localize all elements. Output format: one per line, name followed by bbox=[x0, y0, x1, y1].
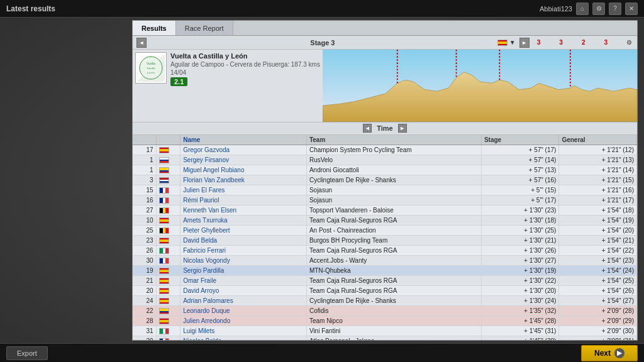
km-markers: 3 3 2 3 ⚙ bbox=[537, 39, 632, 46]
rider-flag bbox=[156, 165, 180, 175]
results-table: Name Team Stage General 17 Gregor Gazvod… bbox=[133, 135, 637, 340]
table-row: 3 Florian Van Zandbeek Cyclingteam De Ri… bbox=[133, 175, 637, 185]
help-button[interactable]: ? bbox=[609, 3, 621, 15]
race-subtitle: Aguilar de Campoo - Cervera de Pisuerga:… bbox=[170, 61, 320, 68]
tab-race-report[interactable]: Race Report bbox=[176, 21, 233, 35]
rider-team: Burgos BH Procycling Team bbox=[306, 235, 481, 245]
rider-flag bbox=[156, 295, 180, 305]
rider-flag bbox=[156, 155, 180, 165]
rider-pos: 31 bbox=[133, 326, 156, 336]
export-button[interactable]: Export bbox=[6, 346, 48, 360]
rider-pos: 24 bbox=[133, 295, 156, 305]
col-flag-header bbox=[156, 135, 180, 145]
rider-name[interactable]: Julien Arredondo bbox=[180, 315, 307, 326]
rider-stage-time: + 1'30" (25) bbox=[481, 225, 559, 235]
rider-name[interactable]: David Belda bbox=[180, 235, 307, 245]
race-info-section: Vuelta Castilla y León Vuelta a Castilla… bbox=[133, 50, 637, 123]
rider-team: Champion System Pro Cycling Team bbox=[306, 145, 481, 155]
rider-pos: 26 bbox=[133, 245, 156, 255]
rider-team: Accent.Jobs - Wanty bbox=[306, 255, 481, 265]
rider-name[interactable]: Florian Van Zandbeek bbox=[180, 175, 307, 185]
race-name: Vuelta a Castilla y León bbox=[170, 52, 320, 60]
rider-pos: 17 bbox=[133, 145, 156, 155]
rider-name[interactable]: Amets Txurruka bbox=[180, 215, 307, 225]
rider-stage-time: + 1'45" (31) bbox=[481, 326, 559, 336]
tab-results[interactable]: Results bbox=[133, 21, 176, 35]
home-button[interactable]: ⌂ bbox=[576, 3, 589, 15]
rider-flag bbox=[156, 305, 180, 315]
rider-pos: 27 bbox=[133, 205, 156, 215]
rider-general-time: + 1'54" (18) bbox=[559, 205, 637, 215]
rider-name[interactable]: Fabricio Ferrari bbox=[180, 245, 307, 255]
rider-pos: 25 bbox=[133, 225, 156, 235]
rider-name[interactable]: Adrian Palomares bbox=[180, 295, 307, 305]
top-bar: Latest results Abbiati123 ⌂ ⚙ ? ✕ bbox=[0, 0, 644, 18]
rider-general-time: + 2'09" (28) bbox=[559, 305, 637, 315]
rider-name[interactable]: Pieter Ghyllebert bbox=[180, 225, 307, 235]
next-button[interactable]: Next ▶ bbox=[581, 345, 638, 361]
rider-name[interactable]: Rémi Pauriol bbox=[180, 195, 307, 205]
rider-flag bbox=[156, 205, 180, 215]
rider-name[interactable]: Nicolas Vogondy bbox=[180, 255, 307, 265]
table-row: 1 Sergey Firsanov RusVelo + 57" (14) + 1… bbox=[133, 155, 637, 165]
rider-name[interactable]: Leonardo Duque bbox=[180, 305, 307, 315]
rider-stage-time: + 1'30" (23) bbox=[481, 205, 559, 215]
svg-text:y León: y León bbox=[147, 71, 155, 74]
rider-pos: 15 bbox=[133, 185, 156, 195]
rider-name[interactable]: David Arroyo bbox=[180, 285, 307, 295]
stage-prev-button[interactable]: ◄ bbox=[136, 38, 147, 48]
table-row: 28 Julien Arredondo Team Nipco + 1'45" (… bbox=[133, 315, 637, 326]
rider-stage-time: + 1'30" (24) bbox=[481, 295, 559, 305]
rider-flag bbox=[156, 285, 180, 295]
rider-name[interactable]: Luigi Milets bbox=[180, 326, 307, 336]
rider-team: MTN-Qhubeka bbox=[306, 265, 481, 275]
rider-stage-time: + 5'" (17) bbox=[481, 195, 559, 205]
rider-name[interactable]: Nicolas Baldo bbox=[180, 336, 307, 340]
rider-team: Sojasun bbox=[306, 195, 481, 205]
table-row: 24 Adrian Palomares Cyclingteam De Rijke… bbox=[133, 295, 637, 305]
bottom-bar: Export Next ▶ bbox=[0, 343, 644, 362]
rider-stage-time: + 1'30" (27) bbox=[481, 255, 559, 265]
table-row: 23 David Belda Burgos BH Procycling Team… bbox=[133, 235, 637, 245]
tabs-container: Results Race Report bbox=[133, 21, 637, 36]
rider-general-time: + 1'54" (23) bbox=[559, 255, 637, 265]
rider-general-time: + 1'54" (20) bbox=[559, 225, 637, 235]
stage-next-button[interactable]: ► bbox=[519, 38, 530, 48]
rider-name[interactable]: Omar Fraile bbox=[180, 275, 307, 285]
rider-flag bbox=[156, 225, 180, 235]
rider-name[interactable]: Miguel Angel Rubiano bbox=[180, 165, 307, 175]
top-bar-right: Abbiati123 ⌂ ⚙ ? ✕ bbox=[540, 3, 638, 15]
rider-general-time: + 1'54" (21) bbox=[559, 235, 637, 245]
rider-team: Cyclingteam De Rijke - Shanks bbox=[306, 295, 481, 305]
settings-button[interactable]: ⚙ bbox=[592, 3, 605, 15]
time-prev-button[interactable]: ◄ bbox=[363, 124, 372, 133]
rider-stage-time: + 57" (13) bbox=[481, 165, 559, 175]
rider-general-time: + 2'09" (29) bbox=[559, 315, 637, 326]
rider-stage-time: + 1'30" (18) bbox=[481, 215, 559, 225]
rider-team: Cyclingteam De Rijke - Shanks bbox=[306, 175, 481, 185]
stage-label: Stage 3 bbox=[148, 39, 497, 47]
results-area[interactable]: Name Team Stage General 17 Gregor Gazvod… bbox=[133, 135, 637, 340]
col-pos-header bbox=[133, 135, 156, 145]
rider-general-time: + 1'21" (12) bbox=[559, 145, 637, 155]
col-team-header: Team bbox=[306, 135, 481, 145]
rider-general-time: + 1'54" (25) bbox=[559, 275, 637, 285]
rider-team: Team Caja Rural-Seguros RGA bbox=[306, 275, 481, 285]
rider-pos: 16 bbox=[133, 195, 156, 205]
rider-name[interactable]: Sergio Pardilla bbox=[180, 265, 307, 275]
rider-name[interactable]: Kenneth Van Elsen bbox=[180, 205, 307, 215]
rider-general-time: + 1'54" (19) bbox=[559, 215, 637, 225]
rider-pos: 29 bbox=[133, 336, 156, 340]
username-label: Abbiati123 bbox=[540, 5, 572, 13]
rider-pos: 20 bbox=[133, 285, 156, 295]
table-row: 25 Pieter Ghyllebert An Post - Chainreac… bbox=[133, 225, 637, 235]
close-button[interactable]: ✕ bbox=[625, 3, 638, 15]
rider-pos: 1 bbox=[133, 155, 156, 165]
rider-name[interactable]: Julien El Fares bbox=[180, 185, 307, 195]
rider-general-time: + 1'54" (24) bbox=[559, 265, 637, 275]
rider-name[interactable]: Gregor Gazvoda bbox=[180, 145, 307, 155]
rider-flag bbox=[156, 336, 180, 340]
rider-name[interactable]: Sergey Firsanov bbox=[180, 155, 307, 165]
rider-pos: 1 bbox=[133, 165, 156, 175]
time-next-button[interactable]: ► bbox=[398, 124, 407, 133]
